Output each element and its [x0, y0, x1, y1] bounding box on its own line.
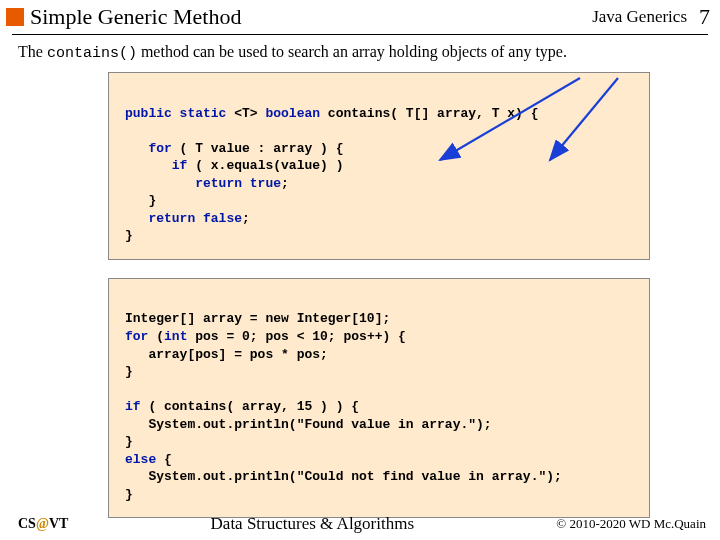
- header-rule: [12, 34, 708, 35]
- c2-l2a: for: [125, 329, 156, 344]
- footer-right: © 2010-2020 WD Mc.Quain: [556, 516, 706, 532]
- slide-title: Simple Generic Method: [30, 4, 592, 30]
- c1-l6: }: [125, 193, 156, 208]
- c1-l1a: public static: [125, 106, 234, 121]
- c2-l3: array[pos] = pos * pos;: [125, 347, 328, 362]
- page-number: 7: [699, 4, 710, 30]
- code-box-2: Integer[] array = new Integer[10]; for (…: [108, 278, 650, 519]
- footer-vt: VT: [49, 516, 68, 531]
- c2-l7: System.out.println("Found value in array…: [125, 417, 492, 432]
- header-topic: Java Generics: [592, 7, 687, 27]
- code-box-1: public static <T> boolean contains( T[] …: [108, 72, 650, 260]
- intro-mono: contains(): [47, 45, 137, 62]
- c2-l10: System.out.println("Could not find value…: [125, 469, 562, 484]
- c1-l7a: return false: [125, 211, 242, 226]
- footer-cs: CS: [18, 516, 36, 531]
- slide-footer: CS@VT Data Structures & Algorithms © 201…: [0, 514, 720, 534]
- footer-center: Data Structures & Algorithms: [68, 514, 556, 534]
- c2-l2b: (: [156, 329, 164, 344]
- slide-header: Simple Generic Method Java Generics 7: [0, 0, 720, 32]
- c1-l5b: ;: [281, 176, 289, 191]
- c1-l4a: if: [125, 158, 195, 173]
- c1-l3a: for: [125, 141, 180, 156]
- c2-l2d: pos = 0; pos < 10; pos++) {: [195, 329, 406, 344]
- c2-l1: Integer[] array = new Integer[10];: [125, 311, 390, 326]
- footer-at: @: [36, 516, 49, 531]
- intro-pre: The: [18, 43, 47, 60]
- c1-l7b: ;: [242, 211, 250, 226]
- c2-l2c: int: [164, 329, 195, 344]
- c2-l8: }: [125, 434, 133, 449]
- c1-l5a: return true: [125, 176, 281, 191]
- c1-l1b: <T>: [234, 106, 265, 121]
- c1-l4b: ( x.equals(value) ): [195, 158, 343, 173]
- intro-text: The contains() method can be used to sea…: [18, 43, 702, 62]
- intro-post: method can be used to search an array ho…: [137, 43, 567, 60]
- c2-l4: }: [125, 364, 133, 379]
- c2-l11: }: [125, 487, 133, 502]
- c1-l1c: boolean: [265, 106, 327, 121]
- c2-l6b: ( contains( array, 15 ) ) {: [148, 399, 359, 414]
- c2-l9b: {: [164, 452, 172, 467]
- c1-l3b: ( T value : array ) {: [180, 141, 344, 156]
- c2-l9a: else: [125, 452, 164, 467]
- header-bullet: [6, 8, 24, 26]
- c1-l1d: contains( T[] array, T x) {: [328, 106, 539, 121]
- c2-l6a: if: [125, 399, 148, 414]
- footer-left: CS@VT: [18, 516, 68, 532]
- c1-l8: }: [125, 228, 133, 243]
